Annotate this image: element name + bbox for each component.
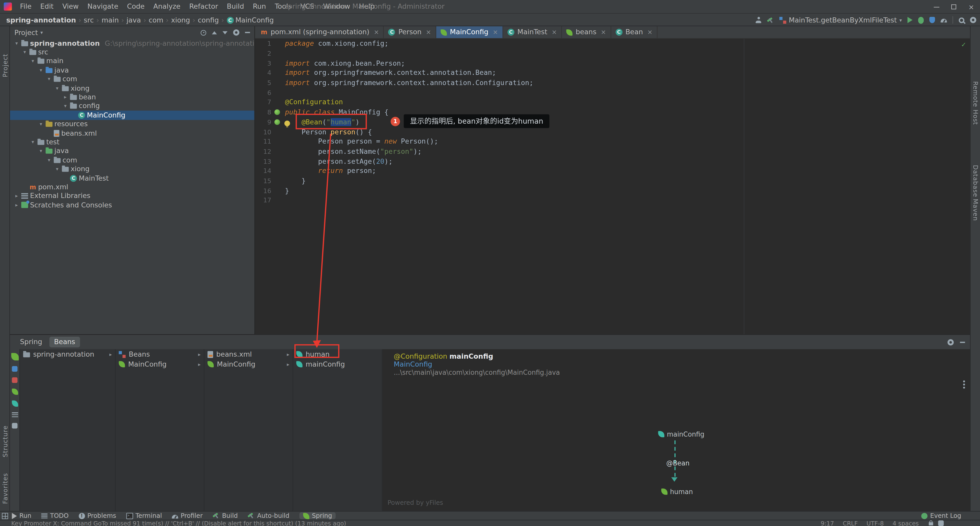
indicator-icon[interactable] [938,520,944,526]
chevron-down-icon[interactable]: ▾ [30,139,35,145]
docs-icon[interactable] [11,412,18,418]
code-line[interactable]: 1package com.xiong.config; [255,39,970,49]
beans-item-human[interactable]: human [293,349,382,359]
beans-item-spring-annotation[interactable]: spring-annotation▸ [20,349,115,359]
tool-button-spring[interactable]: Spring [299,512,336,519]
settings-icon[interactable] [233,29,239,35]
close-button[interactable]: × [963,0,980,14]
tree-item-maintest[interactable]: MainTest [10,173,254,183]
status-4-spaces[interactable]: 4 spaces [892,520,919,526]
chevron-down-icon[interactable]: ▾ [38,148,44,154]
code-line[interactable]: 16} [255,186,970,195]
hide-icon[interactable] [960,341,965,343]
search-icon[interactable] [959,17,964,23]
tree-item-java[interactable]: ▾java [10,147,254,156]
locate-icon[interactable] [200,30,206,35]
chevron-down-icon[interactable]: ▾ [22,49,28,55]
chevron-down-icon[interactable]: ▾ [46,76,52,82]
tab-pom-xml-spring-annotation-[interactable]: pom.xml (spring-annotation)× [256,26,384,38]
close-icon[interactable]: × [647,29,653,35]
code-line[interactable]: 12 person.setName("person"); [255,147,970,156]
tool-window-switcher-icon[interactable] [2,512,8,519]
code-line[interactable]: 7@Configuration [255,98,970,107]
tree-item-beans-xml[interactable]: beans.xml [10,129,254,138]
tool-button-problems[interactable]: Problems [79,512,116,519]
graph-node-mainconfig[interactable]: mainConfig [658,431,704,438]
chevron-down-icon[interactable]: ▾ [46,157,52,163]
hide-icon[interactable] [245,32,250,33]
more-options-icon[interactable] [963,380,965,382]
run-icon[interactable] [907,17,913,23]
tree-item-spring-annotation[interactable]: ▾spring-annotationG:\spring\spring-annot… [10,39,254,48]
tool-button-profiler[interactable]: Profiler [172,512,203,519]
tree-item-test[interactable]: ▾test [10,138,254,147]
breadcrumb-xiong[interactable]: xiong [170,16,191,24]
chevron-down-icon[interactable]: ▾ [63,103,68,109]
context-leaf-icon[interactable] [11,400,18,407]
tool-button-database[interactable]: Database [970,165,980,197]
tab-beans[interactable]: beans× [562,26,611,38]
tool-button-maven[interactable]: Maven [970,199,980,221]
gear-icon[interactable] [948,339,954,345]
close-icon[interactable]: × [374,29,379,35]
expand-icon[interactable] [212,31,217,34]
tool-button-run[interactable]: Run [12,512,31,519]
close-icon[interactable]: × [426,29,431,35]
menu-view[interactable]: View [58,0,83,14]
chevron-right-icon[interactable]: ▸ [63,94,68,100]
breadcrumb-config[interactable]: config [197,16,220,24]
chevron-down-icon[interactable]: ▾ [38,67,44,73]
beans-item-mainconfig[interactable]: MainConfig▸ [204,359,293,369]
breadcrumb-java[interactable]: java [125,16,142,24]
web-icon[interactable] [12,366,18,372]
panel-tab-spring[interactable]: Spring [15,337,47,347]
beans-item-mainconfig[interactable]: MainConfig▸ [116,359,204,369]
tool-button-favorites[interactable]: Favorites [2,473,8,506]
chevron-down-icon[interactable]: ▾ [54,85,60,91]
intention-bulb-icon[interactable] [285,119,290,127]
code-line[interactable]: 14 return person; [255,166,970,176]
tree-item-com[interactable]: ▾com [10,75,254,84]
tab-bean[interactable]: Bean× [611,26,657,38]
tool-button-todo[interactable]: TODO [41,512,69,519]
debug-icon[interactable] [918,17,924,24]
code-line[interactable]: 6 [255,87,970,97]
code-line[interactable]: 15 } [255,176,970,186]
chevron-down-icon[interactable]: ▾ [30,59,35,64]
tree-item-com[interactable]: ▾com [10,156,254,165]
code-editor[interactable]: 1package com.xiong.config;23import com.x… [255,39,970,334]
breadcrumb-mainconfig[interactable]: MainConfig [225,16,275,24]
code-line[interactable]: 8public class MainConfig { [255,107,970,117]
tool-button-terminal[interactable]: Terminal [126,512,162,519]
code-line[interactable]: 5import org.springframework.context.anno… [255,78,970,87]
breadcrumb-com[interactable]: com [148,16,165,24]
coverage-icon[interactable] [929,17,935,23]
maximize-button[interactable] [945,0,963,14]
tool-button-build[interactable]: Build [213,512,238,519]
panel-tab-beans[interactable]: Beans [49,337,80,347]
menu-build[interactable]: Build [222,0,248,14]
code-line[interactable]: 17 [255,195,970,205]
tool-button-remote-host[interactable]: Remote Host [970,81,980,125]
code-line[interactable]: 2 [255,49,970,58]
tree-item-src[interactable]: ▾src [10,48,254,57]
tool-button-auto-build[interactable]: Auto-build [248,512,290,519]
tree-item-xiong[interactable]: ▾xiong [10,84,254,93]
menu-refactor[interactable]: Refactor [185,0,222,14]
status-crlf[interactable]: CRLF [843,520,858,526]
run-config-selector[interactable]: MainTest.getBeanByXmlFileTest ▾ [780,16,902,24]
code-line[interactable]: 4import org.springframework.context.anno… [255,68,970,78]
status-utf-8[interactable]: UTF-8 [867,520,884,526]
spring-logo-icon[interactable] [11,353,18,361]
close-icon[interactable]: × [552,29,557,35]
menu-code[interactable]: Code [123,0,149,14]
tab-person[interactable]: Person× [384,26,436,38]
code-line[interactable]: 3import com.xiong.bean.Person; [255,58,970,68]
collapse-icon[interactable] [223,31,228,34]
code-line[interactable]: 9 @Bean("human") [255,117,970,127]
tree-item-scratches-and-consoles[interactable]: ▸Scratches and Consoles [10,200,254,210]
menu-file[interactable]: File [16,0,36,14]
tree-item-external-libraries[interactable]: ▸External Libraries [10,192,254,200]
breadcrumb-main[interactable]: main [100,16,120,24]
beans-leaf-icon[interactable] [11,389,18,395]
